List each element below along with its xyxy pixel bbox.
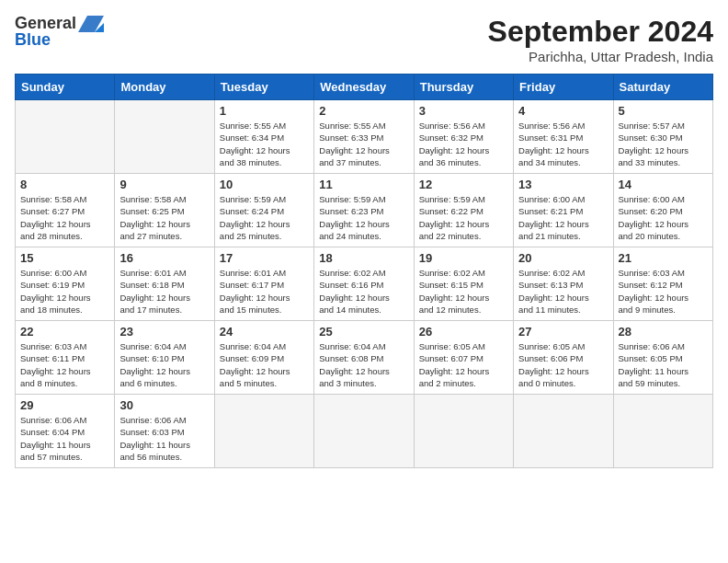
- subtitle: Parichha, Uttar Pradesh, India: [488, 49, 713, 64]
- calendar-cell: 29Sunrise: 6:06 AMSunset: 6:04 PMDayligh…: [16, 395, 115, 468]
- day-info: Sunrise: 5:59 AMSunset: 6:22 PMDaylight:…: [419, 194, 490, 241]
- day-number: 15: [20, 251, 109, 265]
- calendar-cell: [16, 100, 115, 174]
- title-area: September 2024 Parichha, Uttar Pradesh, …: [488, 15, 713, 64]
- day-number: 20: [518, 251, 608, 265]
- day-number: 23: [119, 325, 209, 339]
- calendar-cell: 26Sunrise: 6:05 AMSunset: 6:07 PMDayligh…: [414, 321, 513, 395]
- day-info: Sunrise: 6:06 AMSunset: 6:03 PMDaylight:…: [119, 415, 190, 462]
- day-number: 4: [518, 104, 608, 118]
- calendar-cell: 20Sunrise: 6:02 AMSunset: 6:13 PMDayligh…: [514, 247, 613, 321]
- weekday-header: Monday: [115, 75, 214, 100]
- day-info: Sunrise: 5:59 AMSunset: 6:24 PMDaylight:…: [220, 194, 290, 241]
- day-info: Sunrise: 5:56 AMSunset: 6:31 PMDaylight:…: [518, 121, 589, 167]
- calendar-cell: [613, 395, 712, 468]
- calendar-cell: 14Sunrise: 6:00 AMSunset: 6:20 PMDayligh…: [613, 174, 712, 247]
- weekday-header: Tuesday: [214, 75, 313, 100]
- page-header: General Blue September 2024 Parichha, Ut…: [15, 15, 713, 64]
- day-number: 22: [20, 325, 109, 339]
- logo-shape-icon: [78, 16, 104, 32]
- day-number: 19: [419, 251, 508, 265]
- calendar-cell: [514, 395, 613, 468]
- calendar-cell: 28Sunrise: 6:06 AMSunset: 6:05 PMDayligh…: [613, 321, 712, 395]
- day-info: Sunrise: 5:58 AMSunset: 6:27 PMDaylight:…: [20, 194, 91, 241]
- calendar-cell: 24Sunrise: 6:04 AMSunset: 6:09 PMDayligh…: [214, 321, 313, 395]
- calendar-cell: 17Sunrise: 6:01 AMSunset: 6:17 PMDayligh…: [214, 247, 313, 321]
- day-info: Sunrise: 6:02 AMSunset: 6:13 PMDaylight:…: [518, 268, 589, 315]
- day-info: Sunrise: 5:59 AMSunset: 6:23 PMDaylight:…: [319, 194, 390, 241]
- day-info: Sunrise: 5:57 AMSunset: 6:30 PMDaylight:…: [619, 121, 689, 167]
- day-info: Sunrise: 6:04 AMSunset: 6:10 PMDaylight:…: [119, 341, 190, 388]
- day-info: Sunrise: 6:05 AMSunset: 6:06 PMDaylight:…: [518, 341, 589, 388]
- day-info: Sunrise: 6:06 AMSunset: 6:04 PMDaylight:…: [20, 415, 91, 462]
- day-number: 8: [20, 178, 109, 191]
- calendar-cell: 11Sunrise: 5:59 AMSunset: 6:23 PMDayligh…: [314, 174, 414, 247]
- calendar-week-row: 22Sunrise: 6:03 AMSunset: 6:11 PMDayligh…: [16, 321, 713, 395]
- day-number: 24: [220, 325, 309, 339]
- calendar-week-row: 8Sunrise: 5:58 AMSunset: 6:27 PMDaylight…: [16, 174, 713, 247]
- day-number: 2: [319, 104, 408, 118]
- logo-blue: Blue: [15, 31, 51, 50]
- weekday-header: Sunday: [16, 75, 115, 100]
- calendar-cell: 21Sunrise: 6:03 AMSunset: 6:12 PMDayligh…: [613, 247, 712, 321]
- day-number: 28: [619, 325, 708, 339]
- calendar-cell: [314, 395, 414, 468]
- calendar-cell: [115, 100, 214, 174]
- calendar-cell: 12Sunrise: 5:59 AMSunset: 6:22 PMDayligh…: [414, 174, 513, 247]
- day-info: Sunrise: 6:01 AMSunset: 6:18 PMDaylight:…: [119, 268, 190, 315]
- calendar-cell: 2Sunrise: 5:55 AMSunset: 6:33 PMDaylight…: [314, 100, 414, 174]
- calendar-cell: 1Sunrise: 5:55 AMSunset: 6:34 PMDaylight…: [214, 100, 313, 174]
- day-number: 26: [419, 325, 508, 339]
- calendar-cell: 27Sunrise: 6:05 AMSunset: 6:06 PMDayligh…: [514, 321, 613, 395]
- calendar-cell: 22Sunrise: 6:03 AMSunset: 6:11 PMDayligh…: [16, 321, 115, 395]
- day-number: 9: [119, 178, 209, 191]
- day-number: 5: [619, 104, 708, 118]
- day-number: 12: [419, 178, 508, 191]
- day-info: Sunrise: 6:04 AMSunset: 6:08 PMDaylight:…: [319, 341, 390, 388]
- day-number: 21: [619, 251, 708, 265]
- day-info: Sunrise: 6:02 AMSunset: 6:16 PMDaylight:…: [319, 268, 390, 315]
- day-info: Sunrise: 6:03 AMSunset: 6:12 PMDaylight:…: [619, 268, 689, 315]
- day-number: 13: [518, 178, 608, 191]
- calendar-cell: 10Sunrise: 5:59 AMSunset: 6:24 PMDayligh…: [214, 174, 313, 247]
- day-number: 29: [20, 398, 109, 412]
- day-number: 10: [220, 178, 309, 191]
- calendar-cell: 30Sunrise: 6:06 AMSunset: 6:03 PMDayligh…: [115, 395, 214, 468]
- day-number: 1: [220, 104, 309, 118]
- day-number: 16: [119, 251, 209, 265]
- day-info: Sunrise: 6:01 AMSunset: 6:17 PMDaylight:…: [220, 268, 290, 315]
- day-number: 27: [518, 325, 608, 339]
- day-number: 3: [419, 104, 508, 118]
- day-info: Sunrise: 5:55 AMSunset: 6:33 PMDaylight:…: [319, 121, 390, 167]
- calendar-cell: 5Sunrise: 5:57 AMSunset: 6:30 PMDaylight…: [613, 100, 712, 174]
- calendar-cell: 15Sunrise: 6:00 AMSunset: 6:19 PMDayligh…: [16, 247, 115, 321]
- day-info: Sunrise: 6:00 AMSunset: 6:20 PMDaylight:…: [619, 194, 689, 241]
- calendar-cell: 19Sunrise: 6:02 AMSunset: 6:15 PMDayligh…: [414, 247, 513, 321]
- day-info: Sunrise: 6:00 AMSunset: 6:21 PMDaylight:…: [518, 194, 589, 241]
- day-number: 11: [319, 178, 408, 191]
- weekday-header-row: SundayMondayTuesdayWednesdayThursdayFrid…: [16, 75, 713, 100]
- calendar-cell: [414, 395, 513, 468]
- day-number: 18: [319, 251, 408, 265]
- calendar-cell: 18Sunrise: 6:02 AMSunset: 6:16 PMDayligh…: [314, 247, 414, 321]
- logo: General Blue: [15, 15, 104, 50]
- day-info: Sunrise: 5:58 AMSunset: 6:25 PMDaylight:…: [119, 194, 190, 241]
- day-info: Sunrise: 5:55 AMSunset: 6:34 PMDaylight:…: [220, 121, 290, 167]
- calendar-week-row: 29Sunrise: 6:06 AMSunset: 6:04 PMDayligh…: [16, 395, 713, 468]
- day-info: Sunrise: 5:56 AMSunset: 6:32 PMDaylight:…: [419, 121, 490, 167]
- calendar-cell: 3Sunrise: 5:56 AMSunset: 6:32 PMDaylight…: [414, 100, 513, 174]
- calendar-cell: 4Sunrise: 5:56 AMSunset: 6:31 PMDaylight…: [514, 100, 613, 174]
- weekday-header: Wednesday: [314, 75, 414, 100]
- day-number: 17: [220, 251, 309, 265]
- day-number: 25: [319, 325, 408, 339]
- day-info: Sunrise: 6:02 AMSunset: 6:15 PMDaylight:…: [419, 268, 490, 315]
- calendar-cell: 9Sunrise: 5:58 AMSunset: 6:25 PMDaylight…: [115, 174, 214, 247]
- calendar-week-row: 15Sunrise: 6:00 AMSunset: 6:19 PMDayligh…: [16, 247, 713, 321]
- day-number: 14: [619, 178, 708, 191]
- calendar-cell: 23Sunrise: 6:04 AMSunset: 6:10 PMDayligh…: [115, 321, 214, 395]
- calendar-cell: 13Sunrise: 6:00 AMSunset: 6:21 PMDayligh…: [514, 174, 613, 247]
- day-info: Sunrise: 6:03 AMSunset: 6:11 PMDaylight:…: [20, 341, 91, 388]
- day-number: 30: [119, 398, 209, 412]
- calendar-table: SundayMondayTuesdayWednesdayThursdayFrid…: [15, 74, 713, 468]
- day-info: Sunrise: 6:05 AMSunset: 6:07 PMDaylight:…: [419, 341, 490, 388]
